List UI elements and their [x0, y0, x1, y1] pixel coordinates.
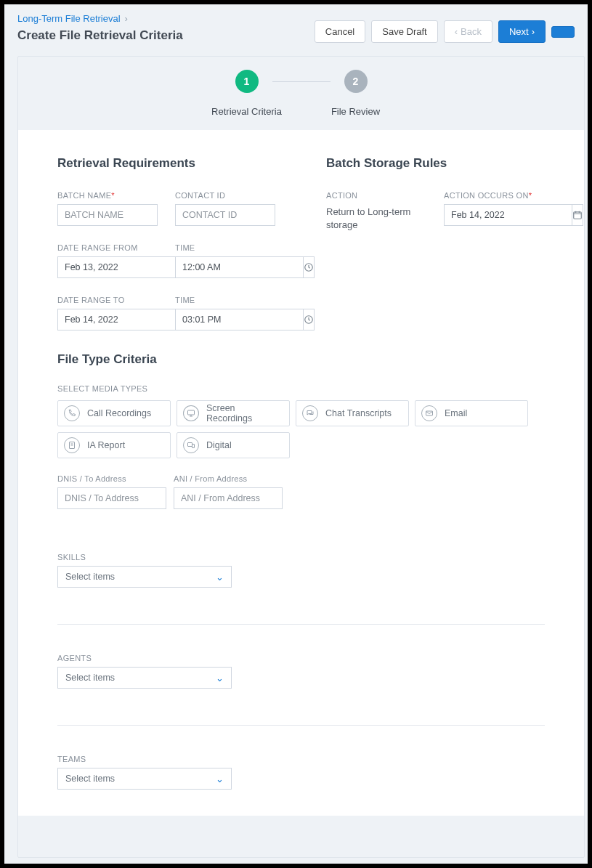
- section-batch-storage-rules: Batch Storage Rules: [326, 156, 545, 171]
- time-to-input[interactable]: [175, 309, 303, 330]
- media-tile-label: Screen Recordings: [206, 403, 283, 423]
- step-circle-2: 2: [344, 70, 368, 93]
- cancel-button[interactable]: Cancel: [315, 20, 365, 43]
- step-circle-1: 1: [235, 70, 259, 93]
- breadcrumb-parent[interactable]: Long-Term File Retrieval: [17, 13, 121, 24]
- devices-icon: [183, 437, 199, 453]
- media-tile-call-recordings[interactable]: Call Recordings: [57, 400, 171, 426]
- field-time-to: TIME: [175, 296, 275, 330]
- field-time-from: TIME: [175, 243, 275, 278]
- field-date-from: DATE RANGE FROM: [57, 243, 158, 278]
- action-occurs-input[interactable]: [444, 204, 572, 226]
- section-file-type-criteria: File Type Criteria: [57, 352, 545, 367]
- date-from-input[interactable]: [57, 256, 185, 278]
- calendar-icon[interactable]: [572, 204, 583, 226]
- field-ani: ANI / From Address: [174, 474, 283, 509]
- monitor-icon: [183, 405, 199, 421]
- wizard-steps: 1 Retrieval Criteria 2 File Review: [18, 57, 584, 130]
- field-date-to: DATE RANGE TO: [57, 296, 158, 330]
- svg-rect-5: [187, 410, 194, 415]
- overflow-button[interactable]: [551, 26, 575, 38]
- breadcrumb: Long-Term File Retrieval ›: [17, 13, 183, 24]
- chevron-left-icon: ‹: [455, 26, 458, 37]
- svg-rect-4: [574, 212, 582, 219]
- media-tile-label: Call Recordings: [87, 408, 151, 418]
- page-title: Create File Retrieval Criteria: [17, 28, 183, 43]
- mail-icon: [421, 405, 437, 421]
- back-button-label: Back: [461, 26, 482, 37]
- chevron-right-icon: ›: [532, 26, 535, 37]
- step-label-1: Retrieval Criteria: [211, 106, 282, 117]
- back-button: ‹ Back: [444, 20, 492, 43]
- action-value: Return to Long-term storage: [326, 204, 426, 232]
- field-action-occurs: ACTION OCCURS ON*: [444, 191, 544, 232]
- clock-icon[interactable]: [303, 309, 315, 330]
- skills-select[interactable]: Select items ⌄: [57, 566, 232, 588]
- section-retrieval-requirements: Retrieval Requirements: [57, 156, 290, 171]
- wizard-step-1[interactable]: 1 Retrieval Criteria: [192, 70, 301, 117]
- select-placeholder: Select items: [65, 774, 115, 784]
- media-tile-chat-transcripts[interactable]: Chat Transcripts: [296, 400, 409, 426]
- field-skills: SKILLS Select items ⌄: [57, 553, 545, 588]
- divider: [57, 725, 545, 726]
- svg-rect-8: [188, 443, 192, 447]
- select-placeholder: Select items: [65, 572, 115, 582]
- clock-icon[interactable]: [303, 256, 315, 278]
- media-tile-ia-report[interactable]: IA Report: [57, 432, 171, 458]
- batch-name-input[interactable]: [57, 204, 158, 226]
- select-placeholder: Select items: [65, 673, 115, 683]
- next-button[interactable]: Next ›: [498, 20, 546, 43]
- report-icon: [64, 437, 80, 453]
- step-label-2: File Review: [331, 106, 380, 117]
- chat-icon: [302, 405, 318, 421]
- teams-select[interactable]: Select items ⌄: [57, 768, 232, 790]
- chevron-down-icon: ⌄: [216, 774, 224, 784]
- date-to-input[interactable]: [57, 309, 185, 330]
- save-draft-button[interactable]: Save Draft: [371, 20, 437, 43]
- media-tile-label: Chat Transcripts: [325, 408, 392, 418]
- media-types-label: SELECT MEDIA TYPES: [57, 384, 545, 393]
- field-contact-id: CONTACT ID: [175, 191, 275, 226]
- agents-select[interactable]: Select items ⌄: [57, 667, 232, 689]
- dnis-input[interactable]: [57, 487, 166, 509]
- ani-input[interactable]: [174, 487, 283, 509]
- toolbar: Cancel Save Draft ‹ Back Next ›: [315, 13, 575, 43]
- chevron-down-icon: ⌄: [216, 572, 224, 583]
- wizard-step-2[interactable]: 2 File Review: [301, 70, 410, 117]
- time-from-input[interactable]: [175, 256, 303, 278]
- field-dnis: DNIS / To Address: [57, 474, 166, 509]
- media-tile-email[interactable]: Email: [415, 400, 528, 426]
- phone-icon: [64, 405, 80, 421]
- media-tile-label: Digital: [206, 440, 232, 450]
- field-agents: AGENTS Select items ⌄: [57, 654, 545, 689]
- chevron-down-icon: ⌄: [216, 673, 224, 684]
- media-tile-screen-recordings[interactable]: Screen Recordings: [177, 400, 290, 426]
- next-button-label: Next: [509, 26, 529, 37]
- svg-rect-9: [192, 445, 195, 448]
- chevron-right-icon: ›: [125, 13, 128, 24]
- field-teams: TEAMS Select items ⌄: [57, 755, 545, 790]
- contact-id-input[interactable]: [175, 204, 275, 226]
- media-tile-digital[interactable]: Digital: [177, 432, 290, 458]
- media-tile-label: Email: [445, 408, 467, 418]
- divider: [57, 624, 545, 625]
- field-action: ACTION Return to Long-term storage: [326, 191, 426, 232]
- media-tile-label: IA Report: [87, 440, 125, 450]
- field-batch-name: BATCH NAME*: [57, 191, 158, 226]
